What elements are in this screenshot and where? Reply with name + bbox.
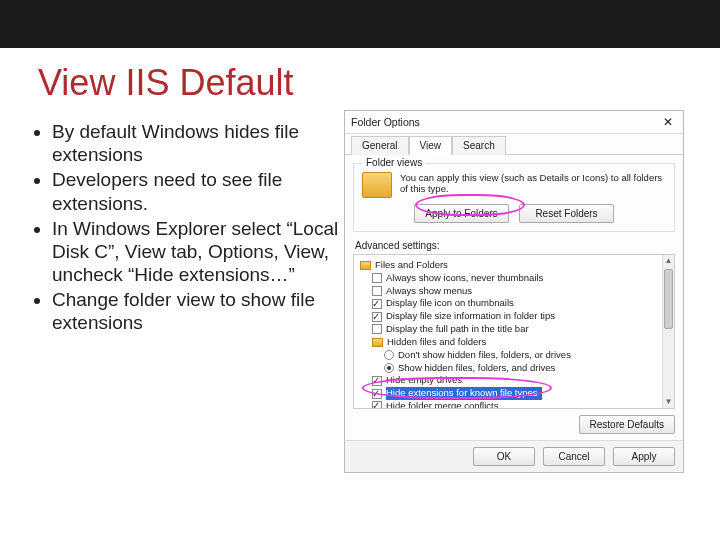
tree-item-label: Hide folder merge conflicts — [386, 400, 498, 409]
annotation-oval-apply — [415, 194, 525, 216]
checkbox-icon[interactable] — [372, 286, 382, 296]
tree-item: Hide folder merge conflicts — [360, 400, 670, 409]
bullet-item: By default Windows hides file extensions — [52, 120, 340, 166]
scroll-thumb[interactable] — [664, 269, 673, 329]
close-icon[interactable]: ✕ — [659, 115, 677, 129]
tree-item: Don't show hidden files, folders, or dri… — [360, 349, 670, 362]
tree-item-label: Always show menus — [386, 285, 472, 298]
tree-item-label: Hidden files and folders — [387, 336, 486, 349]
scroll-up-icon[interactable]: ▲ — [663, 255, 674, 267]
tab-general[interactable]: General — [351, 136, 409, 155]
cancel-button[interactable]: Cancel — [543, 447, 605, 466]
tree-item: Always show menus — [360, 285, 670, 298]
tree-item: Show hidden files, folders, and drives — [360, 362, 670, 375]
tab-strip: General View Search — [345, 136, 683, 155]
dialog-wrap: Folder Options ✕ General View Search Fol… — [340, 110, 720, 473]
bullet-list: By default Windows hides file extensions… — [30, 110, 340, 473]
tree-item: Display file size information in folder … — [360, 310, 670, 323]
ok-button[interactable]: OK — [473, 447, 535, 466]
tree-item-label: Display file size information in folder … — [386, 310, 555, 323]
folder-icon — [362, 172, 392, 198]
folder-views-label: Folder views — [362, 157, 426, 168]
slide-title: View IIS Default — [38, 62, 720, 104]
tree-item: Display the full path in the title bar — [360, 323, 670, 336]
folder-options-dialog: Folder Options ✕ General View Search Fol… — [344, 110, 684, 473]
dialog-titlebar: Folder Options ✕ — [345, 111, 683, 134]
tab-view[interactable]: View — [409, 136, 453, 155]
radio-icon[interactable] — [384, 363, 394, 373]
tree-item-label: Don't show hidden files, folders, or dri… — [398, 349, 571, 362]
folder-icon — [360, 261, 371, 270]
restore-defaults-button[interactable]: Restore Defaults — [579, 415, 675, 434]
folder-views-description: You can apply this view (such as Details… — [400, 172, 666, 195]
bullet-item: Change folder view to show file extensio… — [52, 288, 340, 334]
tree-item-label: Always show icons, never thumbnails — [386, 272, 543, 285]
scrollbar[interactable]: ▲ ▼ — [662, 255, 674, 408]
checkbox-icon[interactable] — [372, 324, 382, 334]
tree-item-header: Hidden files and folders — [360, 336, 670, 349]
tree-item-label: Show hidden files, folders, and drives — [398, 362, 555, 375]
tree-root: Files and Folders — [360, 259, 670, 272]
top-banner — [0, 0, 720, 48]
tree-item-label: Display the full path in the title bar — [386, 323, 529, 336]
checkbox-icon[interactable] — [372, 312, 382, 322]
radio-icon[interactable] — [384, 350, 394, 360]
checkbox-icon[interactable] — [372, 401, 382, 409]
tree-root-label: Files and Folders — [375, 259, 448, 272]
checkbox-icon[interactable] — [372, 299, 382, 309]
folder-icon — [372, 338, 383, 347]
bullet-item: Developers need to see file extensions. — [52, 168, 340, 214]
reset-folders-button[interactable]: Reset Folders — [519, 204, 614, 223]
dialog-title: Folder Options — [351, 116, 420, 128]
dialog-footer: OK Cancel Apply — [345, 440, 683, 472]
advanced-settings-label: Advanced settings: — [355, 240, 675, 251]
tree-item-label: Display file icon on thumbnails — [386, 297, 514, 310]
checkbox-icon[interactable] — [372, 273, 382, 283]
content-row: By default Windows hides file extensions… — [0, 110, 720, 473]
tree-item: Always show icons, never thumbnails — [360, 272, 670, 285]
annotation-oval-hide-extensions — [362, 377, 552, 399]
apply-button[interactable]: Apply — [613, 447, 675, 466]
scroll-down-icon[interactable]: ▼ — [663, 396, 674, 408]
bullet-item: In Windows Explorer select “Local Disk C… — [52, 217, 340, 287]
tree-item: Display file icon on thumbnails — [360, 297, 670, 310]
tab-search[interactable]: Search — [452, 136, 506, 155]
